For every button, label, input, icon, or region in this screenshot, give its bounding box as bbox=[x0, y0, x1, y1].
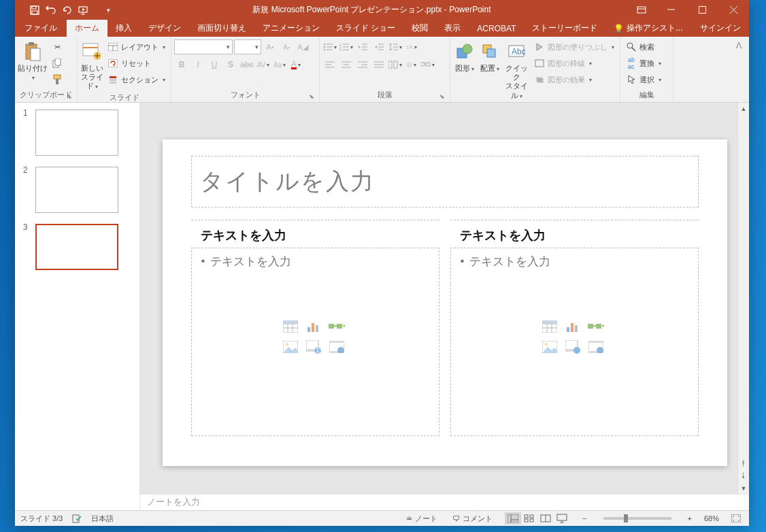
insert-table-icon[interactable] bbox=[282, 319, 299, 334]
decrease-indent-button[interactable] bbox=[355, 39, 370, 54]
normal-view-button[interactable] bbox=[505, 512, 521, 525]
redo-button[interactable] bbox=[60, 3, 75, 18]
tab-slideshow[interactable]: スライド ショー bbox=[328, 20, 403, 37]
insert-picture-icon[interactable] bbox=[541, 339, 559, 354]
paste-button[interactable]: 貼り付け▾ bbox=[18, 39, 48, 82]
paragraph-dialog-launcher[interactable]: ⬊ bbox=[439, 93, 446, 100]
thumbnail-slide-2[interactable] bbox=[35, 167, 118, 213]
font-size-combo[interactable]: ▾ bbox=[234, 39, 261, 54]
font-name-combo[interactable]: ▾ bbox=[174, 39, 233, 54]
undo-button[interactable] bbox=[44, 3, 59, 18]
zoom-level[interactable]: 68% bbox=[704, 514, 719, 522]
tab-animations[interactable]: アニメーション bbox=[254, 20, 328, 37]
next-slide-button[interactable]: ⭳ bbox=[738, 469, 749, 481]
slide-canvas-area[interactable]: タイトルを入力 テキストを入力 •テキストを入力 bbox=[140, 103, 749, 494]
start-from-beginning-button[interactable] bbox=[76, 3, 91, 18]
tab-insert[interactable]: 挿入 bbox=[107, 20, 140, 37]
quick-styles-button[interactable]: Abc クイック スタイル▾ bbox=[503, 39, 530, 100]
text-direction-button[interactable]: ↕A▾ bbox=[404, 39, 419, 54]
clipboard-dialog-launcher[interactable]: ⬊ bbox=[66, 93, 73, 100]
zoom-slider[interactable] bbox=[603, 517, 671, 520]
align-text-button[interactable]: ⊟▾ bbox=[404, 57, 419, 72]
insert-chart-icon[interactable] bbox=[564, 319, 582, 334]
reading-view-button[interactable] bbox=[537, 512, 554, 525]
font-color-button[interactable]: A▾ bbox=[288, 57, 303, 72]
zoom-out-button[interactable]: − bbox=[580, 514, 589, 522]
increase-font-button[interactable]: A▴ bbox=[263, 39, 278, 54]
slideshow-view-button[interactable] bbox=[554, 512, 570, 525]
numbering-button[interactable]: 123▾ bbox=[339, 39, 354, 54]
scroll-down-button[interactable]: ▼ bbox=[738, 482, 749, 494]
tab-acrobat[interactable]: ACROBAT bbox=[469, 20, 524, 37]
shape-fill-button[interactable]: 図形の塗りつぶし▾ bbox=[531, 39, 617, 54]
arrange-button[interactable]: 配置▾ bbox=[478, 39, 502, 73]
clear-formatting-button[interactable]: A◢ bbox=[295, 39, 310, 54]
title-placeholder[interactable]: タイトルを入力 bbox=[191, 156, 699, 207]
change-case-button[interactable]: Aa▾ bbox=[272, 57, 287, 72]
insert-online-picture-icon[interactable] bbox=[564, 339, 582, 354]
decrease-font-button[interactable]: A▾ bbox=[279, 39, 294, 54]
close-button[interactable] bbox=[718, 0, 749, 20]
spellcheck-icon[interactable] bbox=[72, 514, 82, 523]
strikethrough-button[interactable]: abc bbox=[239, 57, 254, 72]
section-button[interactable]: セクション▾ bbox=[105, 72, 168, 87]
tab-design[interactable]: デザイン bbox=[140, 20, 189, 37]
slide-sorter-view-button[interactable] bbox=[521, 512, 537, 525]
columns-button[interactable]: ▾ bbox=[388, 57, 403, 72]
zoom-in-button[interactable]: + bbox=[685, 514, 695, 522]
comments-toggle-button[interactable]: 🗨コメント bbox=[450, 514, 495, 524]
notes-pane[interactable]: ノートを入力 bbox=[140, 494, 749, 510]
insert-smartart-icon[interactable] bbox=[328, 319, 346, 334]
thumbnail-slide-1[interactable] bbox=[35, 110, 118, 156]
zoom-slider-handle[interactable] bbox=[624, 514, 628, 522]
line-spacing-button[interactable]: ▾ bbox=[388, 39, 403, 54]
thumbnail-slide-3[interactable] bbox=[35, 224, 118, 270]
tell-me-box[interactable]: 💡操作アシスト... bbox=[605, 20, 690, 37]
cut-button[interactable]: ✂ bbox=[49, 39, 65, 54]
insert-video-icon[interactable] bbox=[328, 339, 346, 354]
insert-smartart-icon[interactable] bbox=[587, 319, 605, 334]
align-left-button[interactable] bbox=[322, 57, 337, 72]
shape-effects-button[interactable]: 図形の効果▾ bbox=[531, 72, 617, 87]
bullets-button[interactable]: ▾ bbox=[322, 39, 337, 54]
collapse-ribbon-button[interactable]: ᐱ bbox=[731, 38, 746, 53]
insert-video-icon[interactable] bbox=[587, 339, 605, 354]
notes-toggle-button[interactable]: ≐ノート bbox=[403, 514, 440, 524]
align-center-button[interactable] bbox=[339, 57, 354, 72]
minimize-button[interactable] bbox=[655, 0, 686, 20]
tab-storyboard[interactable]: ストーリーボード bbox=[524, 20, 605, 37]
bold-button[interactable]: B bbox=[174, 57, 189, 72]
find-button[interactable]: 検索 bbox=[623, 39, 664, 54]
content-placeholder-left[interactable]: テキストを入力 •テキストを入力 bbox=[191, 220, 439, 436]
justify-button[interactable] bbox=[371, 57, 386, 72]
slide-indicator[interactable]: スライド 3/3 bbox=[20, 514, 63, 524]
vertical-scrollbar[interactable]: ▲ ⭱ ⭳ ▼ bbox=[737, 103, 749, 494]
shadow-button[interactable]: S bbox=[223, 57, 238, 72]
tab-transitions[interactable]: 画面切り替え bbox=[189, 20, 254, 37]
char-spacing-button[interactable]: AV▾ bbox=[256, 57, 271, 72]
shape-outline-button[interactable]: 図形の枠線▾ bbox=[531, 56, 617, 71]
signin-button[interactable]: サインイン bbox=[690, 20, 750, 37]
reset-button[interactable]: リセット bbox=[105, 56, 168, 71]
underline-button[interactable]: U bbox=[207, 57, 222, 72]
copy-button[interactable] bbox=[49, 56, 65, 71]
shapes-button[interactable]: 図形▾ bbox=[453, 39, 477, 73]
ribbon-display-options-button[interactable] bbox=[628, 0, 655, 20]
fit-to-window-button[interactable] bbox=[729, 514, 744, 522]
smartart-button[interactable]: ▾ bbox=[420, 57, 435, 72]
tab-home[interactable]: ホーム bbox=[67, 20, 107, 37]
tab-review[interactable]: 校閲 bbox=[403, 20, 436, 37]
increase-indent-button[interactable] bbox=[371, 39, 386, 54]
layout-button[interactable]: レイアウト▾ bbox=[105, 39, 168, 54]
insert-online-picture-icon[interactable] bbox=[305, 339, 322, 354]
format-painter-button[interactable] bbox=[49, 72, 65, 87]
content-placeholder-right[interactable]: テキストを入力 •テキストを入力 bbox=[450, 220, 699, 436]
scroll-up-button[interactable]: ▲ bbox=[738, 103, 749, 114]
select-button[interactable]: 選択▾ bbox=[623, 72, 664, 87]
qat-customize-button[interactable]: ▾ bbox=[101, 3, 116, 18]
replace-button[interactable]: abac置換▾ bbox=[623, 56, 664, 71]
insert-table-icon[interactable] bbox=[541, 319, 559, 334]
new-slide-button[interactable]: 新しい スライド▾ bbox=[80, 39, 103, 91]
italic-button[interactable]: I bbox=[190, 57, 205, 72]
insert-picture-icon[interactable] bbox=[282, 339, 299, 354]
